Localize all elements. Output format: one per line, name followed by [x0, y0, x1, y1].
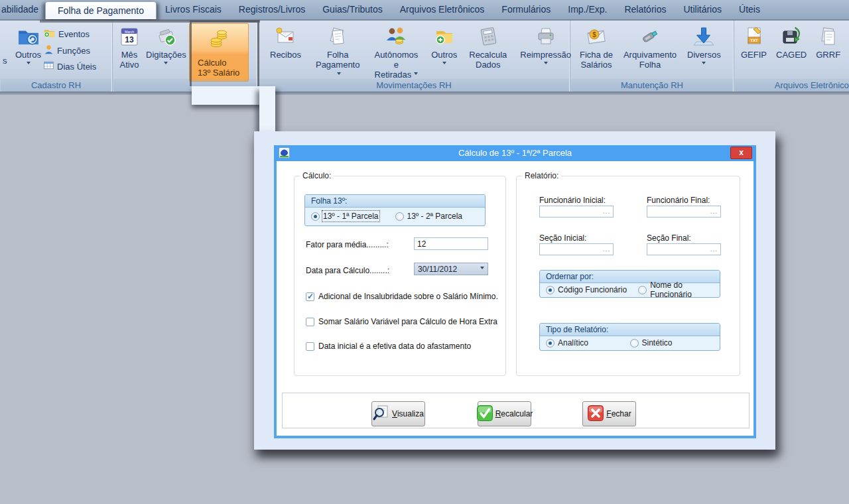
- group-items: March13 Mês Ativo Digitações Cálculo 13º…: [113, 21, 257, 79]
- radio-icon: [311, 212, 320, 221]
- ribbon-group-manutencao-rh: $ Ficha de Salários Arquivamento Folha D…: [570, 21, 734, 92]
- arquivamento-folha-button[interactable]: Arquivamento Folha: [621, 23, 679, 70]
- reimpressao-button[interactable]: Reimpressão: [517, 23, 574, 66]
- radio-label: Código Funcionário: [558, 285, 627, 294]
- ellipsis-button[interactable]: ...: [710, 208, 718, 215]
- tab-livros-fiscais[interactable]: Livros Fiscais: [157, 0, 230, 19]
- secao-inicial-field[interactable]: ...: [539, 243, 614, 255]
- tab-arquivos-eletronicos[interactable]: Arquivos Eletrônicos: [391, 0, 493, 19]
- item-label: Eventos: [58, 29, 90, 39]
- item-label-line2: Pagamento: [316, 60, 360, 80]
- digitacoes-button[interactable]: Digitações: [143, 23, 189, 66]
- outros-cadastro-button[interactable]: Outros: [13, 23, 44, 66]
- dias-uteis-button[interactable]: Dias Úteis: [44, 60, 96, 72]
- funcionario-final-field[interactable]: ...: [647, 206, 721, 218]
- red-x-icon: [587, 405, 604, 424]
- clipped-ribbon-button[interactable]: [843, 23, 849, 50]
- ellipsis-button[interactable]: ...: [710, 245, 718, 253]
- tab-relatorios[interactable]: Relatórios: [616, 0, 675, 19]
- radio-nome-funcionario[interactable]: Nome do Funcionário: [638, 281, 714, 298]
- tab-imp-exp[interactable]: Imp./Exp.: [559, 0, 616, 19]
- checkbox-insalubridade[interactable]: Adicional de Insalubridade sobre o Salár…: [306, 292, 498, 301]
- ellipsis-button[interactable]: ...: [603, 245, 610, 253]
- tab-formularios[interactable]: Formulários: [493, 0, 559, 19]
- secao-final-label: Seção Final:: [647, 233, 691, 243]
- funcoes-button[interactable]: Funções: [44, 44, 96, 56]
- calculo-13-dialog: Cálculo de 13º - 1ª/2ª Parcela x Cálculo…: [274, 145, 756, 438]
- printer-icon: [535, 23, 557, 50]
- tab-uteis[interactable]: Úteis: [730, 0, 769, 19]
- radio-label: Sintético: [642, 338, 673, 347]
- funcionario-inicial-field[interactable]: ...: [539, 206, 614, 218]
- tab-registros-livros[interactable]: Registros/Livros: [230, 0, 314, 19]
- data-calculo-combobox[interactable]: 30/11/2012: [414, 263, 488, 275]
- recalcular-button[interactable]: Recalcular: [478, 401, 531, 426]
- radio-icon: [546, 339, 555, 347]
- radio-13-primeira-parcela[interactable]: 13º - 1ª Parcela: [311, 212, 395, 221]
- radio-analitico[interactable]: Analítico: [546, 338, 630, 347]
- tab-guias-tributos[interactable]: Guias/Tributos: [314, 0, 391, 19]
- ribbon-item-clipped[interactable]: s: [3, 23, 13, 66]
- gefip-button[interactable]: TXT GEFIP: [738, 23, 769, 60]
- group-label: Manutenção RH: [571, 79, 733, 92]
- salary-envelope-icon: $: [585, 23, 608, 50]
- diversos-button[interactable]: Diversos: [685, 23, 724, 66]
- chevron-down-icon: [480, 267, 484, 271]
- ribbon-group-arquivos-eletronicos: TXT GEFIP CAGED GRRF A: [734, 21, 849, 92]
- tab-contabilidade-partial[interactable]: abilidade: [0, 0, 45, 19]
- group-items: TXT GEFIP CAGED GRRF: [734, 21, 849, 79]
- mes-ativo-button[interactable]: March13 Mês Ativo: [115, 23, 143, 70]
- grrf-button[interactable]: GRRF: [813, 23, 843, 60]
- open-menu-panel-vertical: [259, 86, 275, 135]
- eventos-button[interactable]: Eventos: [44, 27, 96, 40]
- close-button[interactable]: x: [730, 147, 752, 159]
- checkbox-data-afastamento[interactable]: Data inicial é a efetiva data do afastam…: [306, 342, 471, 351]
- autonomos-retiradas-button[interactable]: Autônomos e Retiradas: [371, 23, 421, 80]
- radio-icon: [395, 212, 404, 221]
- tab-folha-de-pagamento[interactable]: Folha de Pagamento: [45, 1, 157, 19]
- radio-icon: [546, 286, 555, 294]
- calculator-icon: [477, 23, 499, 50]
- recibos-button[interactable]: Recibos: [267, 23, 304, 60]
- visualiza-button[interactable]: Visualiza: [371, 401, 425, 426]
- item-label-line2: Salários: [580, 60, 612, 70]
- svg-text:$: $: [592, 31, 596, 38]
- radio-13-segunda-parcela[interactable]: 13º - 2ª Parcela: [395, 212, 480, 221]
- papers-icon: [817, 23, 840, 50]
- folha-13-panel: Folha 13º: 13º - 1ª Parcela 13º - 2ª Par…: [304, 194, 486, 226]
- group-label: Arquivos Eletrônicos: [735, 79, 849, 92]
- item-label-line2-text: e Retiradas: [375, 60, 412, 80]
- secao-final-field[interactable]: ...: [647, 243, 721, 255]
- tab-utilitarios[interactable]: Utilitários: [675, 0, 730, 19]
- radio-label: Analítico: [558, 338, 588, 347]
- dialog-title-bar[interactable]: Cálculo de 13º - 1ª/2ª Parcela x: [274, 145, 756, 161]
- folha-pagamento-button[interactable]: Folha Pagamento: [313, 23, 363, 80]
- checkbox-salario-variavel[interactable]: Somar Salário Variável para Cálculo de H…: [306, 317, 497, 326]
- outros-movimentacoes-button[interactable]: Outros: [428, 23, 460, 66]
- chevron-down-icon: [544, 62, 548, 66]
- fator-media-input[interactable]: [414, 237, 488, 250]
- calculo-13-salario-button[interactable]: Cálculo 13º Salário: [189, 23, 249, 82]
- folder-plus-icon: [433, 23, 456, 50]
- recalcula-dados-button[interactable]: Recalcula Dados: [466, 23, 509, 70]
- ribbon: s Outros Eventos Funções: [0, 21, 849, 92]
- ellipsis-button[interactable]: ...: [603, 208, 610, 215]
- ribbon-group-movimentacoes-rh: Recibos Folha Pagamento Autônomos e Reti…: [258, 21, 570, 92]
- item-label-line1: Folha: [327, 50, 349, 60]
- envelope-stamp-icon: [274, 23, 296, 50]
- panel-body: Analítico Sintético: [540, 336, 720, 349]
- item-label: CAGED: [776, 50, 807, 60]
- ficha-de-salarios-button[interactable]: $ Ficha de Salários: [577, 23, 616, 70]
- radio-codigo-funcionario[interactable]: Código Funcionário: [546, 285, 638, 294]
- person-icon: [44, 44, 54, 56]
- caged-button[interactable]: CAGED: [773, 23, 809, 60]
- radio-sintetico[interactable]: Sintético: [630, 338, 714, 347]
- checkbox-icon: [306, 342, 314, 351]
- tipo-relatorio-panel: Tipo de Relatório: Analítico Sintético: [539, 323, 720, 351]
- item-label: Outros: [431, 50, 457, 60]
- checkbox-label: Somar Salário Variável para Cálculo de H…: [318, 317, 497, 326]
- panel-header: Tipo de Relatório:: [540, 324, 720, 336]
- fechar-button[interactable]: Fechar: [582, 401, 636, 426]
- button-label: Fechar: [606, 409, 631, 418]
- item-label-line2-text: Pagamento: [316, 60, 360, 70]
